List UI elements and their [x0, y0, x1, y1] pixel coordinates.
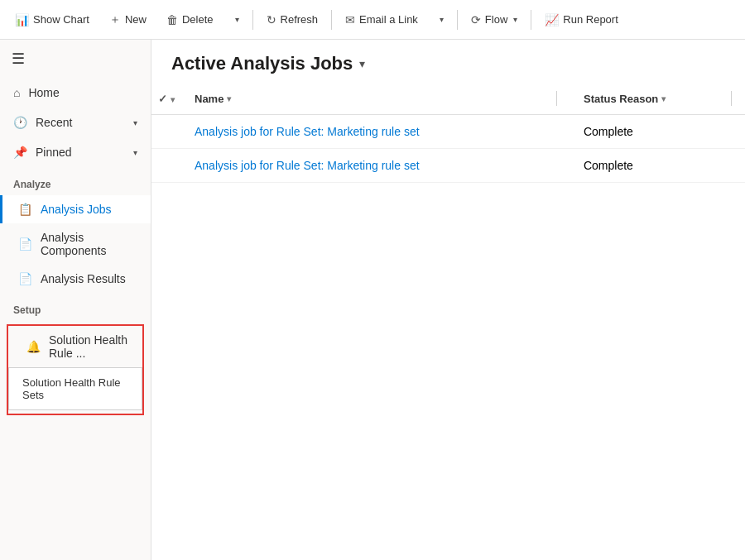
chart-icon: 📊: [15, 13, 29, 26]
solution-health-rule-sets-option[interactable]: Solution Health Rule Sets: [9, 370, 142, 408]
sidebar-item-home[interactable]: ⌂ Home: [0, 78, 151, 108]
flow-button[interactable]: ⟳ Flow ▾: [463, 8, 526, 31]
check-sort-icon: ▾: [171, 95, 175, 104]
status-sort-icon: ▾: [661, 94, 666, 103]
hamburger-menu[interactable]: ☰: [0, 40, 151, 78]
separator-1: [252, 10, 253, 30]
recent-icon: 🕐: [13, 116, 27, 129]
page-title: Active Analysis Jobs: [171, 53, 353, 74]
plus-icon: ＋: [109, 12, 121, 27]
analyze-section-label: Analyze: [0, 167, 151, 195]
row2-name-link[interactable]: Analysis job for Rule Set: Marketing rul…: [195, 159, 420, 172]
name-col-divider: [556, 91, 557, 106]
page-title-chevron-icon[interactable]: ▾: [359, 57, 365, 70]
chevron-down-icon-2: ▾: [440, 15, 444, 24]
separator-3: [457, 10, 458, 30]
delete-chevron-button[interactable]: ▾: [225, 10, 248, 29]
chevron-down-icon: ▾: [235, 15, 239, 24]
recent-chevron-icon: ▾: [133, 118, 137, 127]
setup-highlight-box: 🔔 Solution Health Rule ... Solution Heal…: [7, 324, 144, 415]
sidebar-item-analysis-components[interactable]: 📄 Analysis Components: [0, 223, 151, 265]
sidebar: ☰ ⌂ Home 🕐 Recent ▾ 📌 Pinned ▾ Analyze 📋…: [0, 40, 151, 560]
refresh-button[interactable]: ↻ Refresh: [258, 8, 327, 31]
run-report-button[interactable]: 📈 Run Report: [536, 8, 626, 31]
setup-section-label: Setup: [0, 293, 151, 321]
table-container: ✓ ▾ Name ▾ Status Reason: [151, 83, 745, 560]
analysis-jobs-table: ✓ ▾ Name ▾ Status Reason: [151, 83, 745, 183]
show-chart-button[interactable]: 📊 Show Chart: [7, 8, 98, 31]
name-sort-icon: ▾: [227, 94, 231, 103]
check-column-header[interactable]: ✓ ▾: [151, 83, 181, 115]
pinned-chevron-icon: ▾: [133, 148, 137, 157]
content-area: Active Analysis Jobs ▾ ✓ ▾ Name ▾: [151, 40, 745, 560]
trash-icon: 🗑: [166, 13, 178, 26]
sidebar-item-analysis-jobs[interactable]: 📋 Analysis Jobs: [0, 195, 151, 223]
delete-button[interactable]: 🗑 Delete: [158, 8, 222, 31]
home-icon: ⌂: [13, 86, 20, 99]
report-icon: 📈: [545, 13, 559, 26]
table-header-row: ✓ ▾ Name ▾ Status Reason: [151, 83, 745, 115]
new-button[interactable]: ＋ New: [101, 7, 155, 32]
pin-icon: 📌: [13, 146, 27, 159]
sidebar-item-recent[interactable]: 🕐 Recent ▾: [0, 108, 151, 137]
row2-name[interactable]: Analysis job for Rule Set: Marketing rul…: [181, 149, 570, 183]
email-icon: ✉: [345, 13, 355, 26]
refresh-icon: ↻: [267, 13, 276, 26]
solution-health-dropdown: Solution Health Rule Sets: [8, 367, 142, 410]
analysis-results-icon: 📄: [18, 272, 32, 285]
page-header: Active Analysis Jobs ▾: [151, 40, 745, 83]
sidebar-item-analysis-results[interactable]: 📄 Analysis Results: [0, 265, 151, 293]
row1-name-link[interactable]: Analysis job for Rule Set: Marketing rul…: [195, 125, 420, 138]
toolbar: 📊 Show Chart ＋ New 🗑 Delete ▾ ↻ Refresh …: [0, 0, 745, 40]
sidebar-item-solution-health[interactable]: 🔔 Solution Health Rule ...: [8, 326, 142, 367]
solution-health-icon: 🔔: [26, 340, 41, 353]
email-link-button[interactable]: ✉ Email a Link: [337, 8, 426, 31]
row1-check[interactable]: [151, 115, 181, 149]
analysis-jobs-icon: 📋: [18, 203, 32, 216]
row1-status: Complete: [570, 115, 745, 149]
flow-icon: ⟳: [471, 13, 481, 26]
analysis-components-icon: 📄: [18, 237, 32, 251]
check-icon: ✓: [158, 93, 167, 105]
row2-status: Complete: [570, 149, 745, 183]
separator-2: [331, 10, 332, 30]
table-row: Analysis job for Rule Set: Marketing rul…: [151, 149, 745, 183]
sidebar-item-pinned[interactable]: 📌 Pinned ▾: [0, 137, 151, 167]
status-reason-column-header[interactable]: Status Reason ▾: [570, 83, 745, 115]
separator-4: [531, 10, 531, 30]
status-col-divider: [731, 91, 732, 106]
email-chevron-button[interactable]: ▾: [430, 10, 452, 29]
row1-name[interactable]: Analysis job for Rule Set: Marketing rul…: [181, 115, 570, 149]
chevron-down-icon-3: ▾: [513, 15, 517, 24]
table-row: Analysis job for Rule Set: Marketing rul…: [151, 115, 745, 149]
row2-check[interactable]: [151, 149, 181, 183]
main-layout: ☰ ⌂ Home 🕐 Recent ▾ 📌 Pinned ▾ Analyze 📋…: [0, 40, 745, 560]
name-column-header[interactable]: Name ▾: [181, 83, 570, 115]
